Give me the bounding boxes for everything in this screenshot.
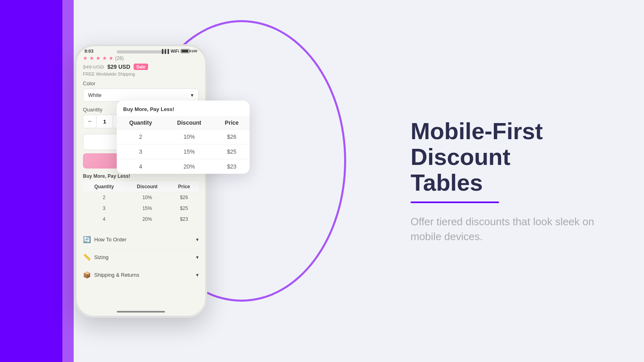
popup-table-header-qty: Quantity xyxy=(117,116,165,130)
table-row: 4 20% $23 xyxy=(117,159,250,174)
wifi-icon: WiFi xyxy=(171,49,179,53)
faq-label-sizing: Sizing xyxy=(94,254,108,260)
status-bar: 8:03 ▐▐▐ WiFi 100 xyxy=(76,45,206,53)
faq-label-how-to-order: How To Order xyxy=(94,237,126,243)
popup-cell-qty: 2 xyxy=(117,130,165,144)
chevron-right-icon: ▾ xyxy=(196,237,199,243)
table-cell-price: $25 xyxy=(169,203,199,214)
table-cell-qty: 2 xyxy=(83,192,125,203)
phone-content: ★ ★ ★ ★ ★ (26) $49 USD $29 USD Sale FREE… xyxy=(76,53,206,309)
faq-item-how-to-order[interactable]: 🔄 How To Order ▾ xyxy=(83,230,199,248)
faq-item-sizing[interactable]: 📏 Sizing ▾ xyxy=(83,248,199,266)
sale-badge: Sale xyxy=(134,64,149,70)
popup-cell-qty: 3 xyxy=(117,144,165,159)
chevron-down-icon: ▾ xyxy=(191,92,194,98)
table-cell-discount: 20% xyxy=(125,214,169,225)
left-stripe xyxy=(62,0,74,362)
phone-table-header-discount: Discount xyxy=(125,181,169,192)
table-row: 3 15% $25 xyxy=(117,144,250,159)
table-row: 2 10% $26 xyxy=(117,130,250,144)
title-line-2: Tables xyxy=(411,169,483,195)
popup-cell-discount: 10% xyxy=(165,130,214,144)
table-row: 3 15% $25 xyxy=(83,203,199,214)
quantity-decrease-button[interactable]: − xyxy=(83,115,97,128)
popup-cell-qty: 4 xyxy=(117,159,165,174)
color-label: Color xyxy=(83,80,199,86)
phone-table-header-qty: Quantity xyxy=(83,181,125,192)
popup-cell-discount: 20% xyxy=(165,159,214,174)
home-indicator xyxy=(117,311,165,313)
status-time: 8:03 xyxy=(85,49,93,53)
popup-table-header-discount: Discount xyxy=(165,116,214,130)
title-line-1: Mobile-First Discount xyxy=(411,118,543,170)
battery-level: 100 xyxy=(191,49,197,53)
table-cell-discount: 15% xyxy=(125,203,169,214)
left-background xyxy=(0,0,72,362)
phone-device: 8:03 ▐▐▐ WiFi 100 ★ ★ ★ ★ ★ xyxy=(74,44,207,318)
discount-popup-card: Buy More, Pay Less! Quantity Discount Pr… xyxy=(117,101,250,174)
star-1: ★ xyxy=(83,55,88,61)
review-count: (26) xyxy=(115,56,124,61)
popup-cell-discount: 15% xyxy=(165,144,214,159)
star-5: ★ xyxy=(109,55,114,61)
how-to-order-icon: 🔄 xyxy=(83,236,91,243)
main-title: Mobile-First Discount Tables xyxy=(411,118,612,195)
table-cell-price: $23 xyxy=(169,214,199,225)
phone-table-header-price: Price xyxy=(169,181,199,192)
price-row: $49 USD $29 USD Sale xyxy=(83,64,199,70)
stars-row: ★ ★ ★ ★ ★ (26) xyxy=(83,55,199,61)
table-cell-qty: 4 xyxy=(83,214,125,225)
table-row: 4 20% $23 xyxy=(83,214,199,225)
popup-title: Buy More, Pay Less! xyxy=(117,101,250,116)
star-2: ★ xyxy=(89,55,94,61)
sizing-icon: 📏 xyxy=(83,253,91,261)
table-row: 2 10% $26 xyxy=(83,192,199,203)
popup-cell-price: $25 xyxy=(214,144,250,159)
status-icons: ▐▐▐ WiFi 100 xyxy=(161,49,197,53)
original-price: $49 USD xyxy=(83,64,104,70)
popup-cell-price: $26 xyxy=(214,130,250,144)
table-cell-qty: 3 xyxy=(83,203,125,214)
shipping-text: FREE Worldwide Shipping xyxy=(83,72,199,76)
star-3: ★ xyxy=(96,55,101,61)
phone-discount-title: Buy More, Pay Less! xyxy=(83,173,199,179)
subtitle-text: Offer tiered discounts that look sleek o… xyxy=(411,214,612,244)
table-cell-discount: 10% xyxy=(125,192,169,203)
star-4: ★ xyxy=(102,55,107,61)
quantity-display: 1 xyxy=(97,115,113,128)
battery-icon xyxy=(181,49,190,53)
popup-table-header-price: Price xyxy=(214,116,250,130)
chevron-right-icon: ▾ xyxy=(196,272,199,278)
color-dropdown[interactable]: White ▾ xyxy=(83,88,199,102)
sale-price: $29 USD xyxy=(107,64,130,70)
faq-item-left: 📦 Shipping & Returns xyxy=(83,271,139,279)
right-content-section: Mobile-First Discount Tables Offer tiere… xyxy=(411,118,612,244)
faq-item-left: 📏 Sizing xyxy=(83,253,108,261)
popup-discount-table: Quantity Discount Price 2 10% $26 3 15% … xyxy=(117,116,250,174)
color-value: White xyxy=(88,92,101,98)
popup-cell-price: $23 xyxy=(214,159,250,174)
title-underline xyxy=(411,202,499,203)
phone-discount-table: Quantity Discount Price 2 10% $26 3 15% … xyxy=(83,181,199,225)
signal-icon: ▐▐▐ xyxy=(161,49,169,53)
faq-item-left: 🔄 How To Order xyxy=(83,236,126,243)
faq-item-shipping[interactable]: 📦 Shipping & Returns ▾ xyxy=(83,266,199,284)
phone-mockup-section: 8:03 ▐▐▐ WiFi 100 ★ ★ ★ ★ ★ xyxy=(74,44,207,318)
table-cell-price: $26 xyxy=(169,192,199,203)
shipping-icon: 📦 xyxy=(83,271,91,279)
faq-label-shipping: Shipping & Returns xyxy=(94,272,139,278)
chevron-right-icon: ▾ xyxy=(196,254,199,260)
